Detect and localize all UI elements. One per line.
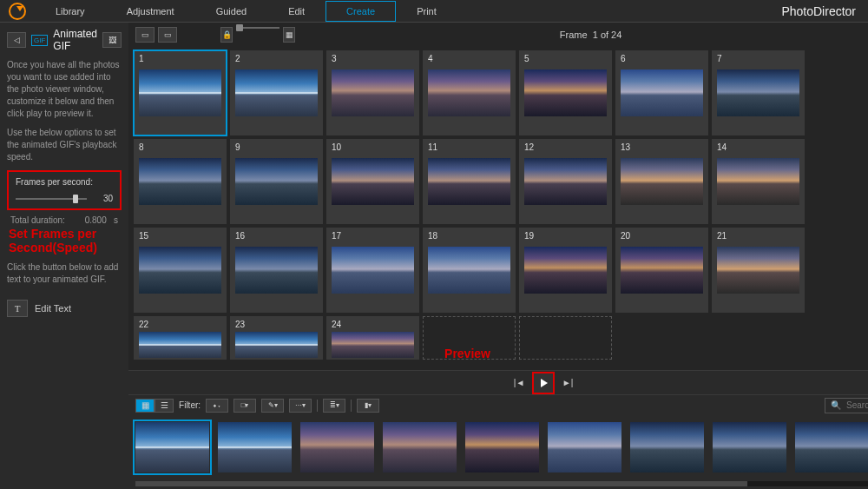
frame-number: 3 — [332, 54, 337, 63]
frames-grid: 123456789101112131415161718192021222324 … — [128, 47, 868, 370]
search-input[interactable] — [846, 400, 868, 410]
frame-number: 9 — [235, 142, 240, 152]
lock-icon[interactable]: 🔒 — [220, 27, 233, 43]
nav-guided[interactable]: Guided — [195, 1, 267, 22]
frame-thumbnail[interactable]: 7 — [712, 50, 805, 135]
frame-number: 21 — [717, 231, 727, 241]
frame-image — [717, 158, 799, 205]
frame-image — [621, 69, 703, 116]
preview-annotation: Preview — [444, 347, 490, 360]
nav-adjustment[interactable]: Adjustment — [106, 1, 195, 22]
search-icon: 🔍 — [831, 400, 841, 410]
image-icon[interactable]: 🖼 — [102, 32, 122, 48]
frame-image — [332, 158, 414, 205]
stack-dropdown[interactable]: ▮▾ — [357, 399, 379, 413]
frame-number: 22 — [139, 320, 148, 329]
frame-number: 7 — [717, 54, 722, 63]
frame-number: 12 — [524, 142, 534, 152]
frame-number: 11 — [428, 142, 437, 152]
frame-image — [524, 158, 607, 205]
play-button[interactable] — [534, 373, 553, 393]
frame-number: 18 — [428, 231, 437, 241]
frame-thumbnail[interactable]: 23 — [230, 316, 323, 360]
sort-dropdown[interactable]: ≣▾ — [323, 399, 345, 413]
grid-view-icon[interactable]: ▦ — [135, 399, 155, 413]
frame-thumbnail[interactable]: 21 — [712, 228, 805, 313]
frame-thumbnail[interactable]: 19 — [519, 228, 612, 313]
landscape-icon[interactable]: ▭ — [158, 27, 177, 43]
frame-thumbnail[interactable]: 18 — [423, 228, 516, 313]
layout-icon[interactable]: ▭ — [135, 27, 155, 43]
help-text-2: Use the below options to set the animate… — [7, 127, 122, 163]
back-icon[interactable]: ◁ — [7, 32, 26, 48]
filmstrip-thumbnail[interactable] — [630, 422, 704, 472]
prev-frame-icon[interactable]: |◄ — [511, 376, 527, 390]
filmstrip-thumbnail[interactable] — [135, 422, 209, 472]
nav-create[interactable]: Create — [326, 1, 396, 22]
frame-image — [621, 247, 703, 294]
edit-text-button[interactable]: Edit Text — [35, 303, 71, 314]
filter-edit-dropdown[interactable]: ✎▾ — [261, 399, 284, 413]
frame-thumbnail[interactable]: 5 — [519, 50, 612, 135]
frame-number: 13 — [621, 142, 630, 152]
filmstrip-thumbnail[interactable] — [465, 422, 539, 472]
frame-number: 15 — [139, 231, 148, 241]
frame-thumbnail[interactable]: 11 — [423, 139, 516, 224]
filmstrip-thumbnail[interactable] — [218, 422, 292, 472]
fps-label: Frames per second: — [16, 177, 113, 187]
fps-section: Frames per second: 30 — [7, 170, 122, 210]
search-box[interactable]: 🔍 ✕ — [825, 398, 868, 413]
left-panel: ◁ GIF Animated GIF 🖼 Once you have all t… — [0, 23, 128, 489]
frame-thumbnail[interactable]: 15 — [134, 228, 227, 313]
frame-image — [235, 332, 318, 358]
filmstrip-thumbnail[interactable] — [300, 422, 374, 472]
frame-thumbnail[interactable]: 3 — [326, 50, 419, 135]
filter-more-dropdown[interactable]: ⋯▾ — [289, 399, 312, 413]
next-frame-icon[interactable]: ►| — [560, 376, 575, 390]
frame-counter: Frame 1 of 24 — [560, 30, 622, 40]
frame-image — [428, 158, 510, 205]
frame-image — [524, 69, 607, 116]
frame-thumbnail[interactable]: 17 — [326, 228, 419, 313]
help-text-1: Once you have all the photos you want to… — [7, 59, 122, 120]
filter-flag-dropdown[interactable]: □▾ — [233, 399, 256, 413]
top-navigation: Library Adjustment Guided Edit Create Pr… — [0, 0, 868, 23]
frame-image — [332, 332, 414, 358]
frame-thumbnail[interactable]: 9 — [230, 139, 323, 224]
frame-thumbnail[interactable]: 8 — [134, 139, 227, 224]
filmstrip-thumbnail[interactable] — [795, 422, 868, 472]
grid-icon[interactable]: ▦ — [283, 27, 295, 43]
frame-thumbnail[interactable]: 12 — [519, 139, 612, 224]
frame-thumbnail[interactable]: 22 — [134, 316, 227, 360]
list-view-icon[interactable]: ☰ — [155, 399, 174, 413]
frame-image — [428, 247, 510, 294]
fps-slider[interactable] — [16, 198, 87, 200]
filmstrip-thumbnail[interactable] — [713, 422, 786, 472]
nav-print[interactable]: Print — [396, 1, 457, 22]
frame-thumbnail[interactable]: 20 — [615, 228, 708, 313]
frame-thumbnail[interactable]: 10 — [326, 139, 419, 224]
frames-toolbar: ▭ ▭ 🔒 ▦ Frame 1 of 24 Clear All — [128, 23, 868, 47]
filmstrip-thumbnail[interactable] — [548, 422, 621, 472]
empty-frame-slot[interactable] — [519, 316, 612, 360]
frame-thumbnail[interactable]: 4 — [423, 50, 516, 135]
frame-image — [139, 158, 221, 205]
frame-image — [332, 247, 414, 294]
filter-tag-dropdown[interactable]: ⬥▾ — [206, 399, 228, 413]
frame-image — [524, 247, 607, 294]
frame-thumbnail[interactable]: 6 — [615, 50, 708, 135]
frame-thumbnail[interactable]: 16 — [230, 228, 323, 313]
frame-thumbnail[interactable]: 2 — [230, 50, 323, 135]
filmstrip-scrollbar[interactable] — [135, 481, 868, 486]
frame-thumbnail[interactable]: 13 — [615, 139, 708, 224]
nav-edit[interactable]: Edit — [267, 1, 326, 22]
frame-thumbnail[interactable]: 14 — [712, 139, 805, 224]
nav-library[interactable]: Library — [35, 1, 106, 22]
frame-thumbnail[interactable]: 1 — [134, 50, 227, 135]
filmstrip-thumbnail[interactable] — [383, 422, 457, 472]
frame-thumbnail[interactable]: 24 — [326, 316, 419, 360]
frame-image — [235, 158, 318, 205]
filter-toolbar: ▦ ☰ Filter: ⬥▾ □▾ ✎▾ ⋯▾ ≣▾ ▮▾ 🔍 ✕ ↗ — [128, 394, 868, 415]
edit-text-icon[interactable]: T — [7, 300, 28, 317]
zoom-slider[interactable] — [236, 27, 279, 29]
